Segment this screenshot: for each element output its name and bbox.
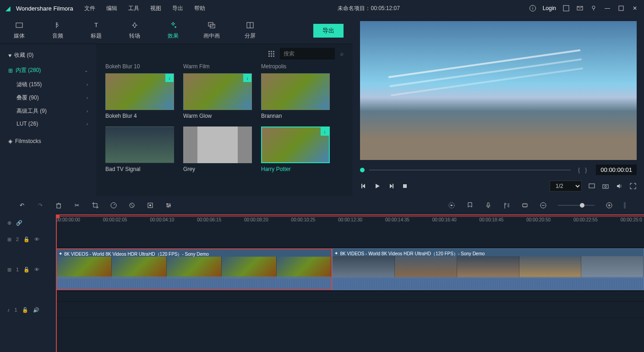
chevron-down-icon: ⌄ xyxy=(84,68,88,73)
login-button[interactable]: Login xyxy=(543,5,556,11)
sidebar-cat-advanced[interactable]: 高级工具 (9)› xyxy=(0,104,96,118)
menu-tools[interactable]: 工具 xyxy=(125,5,143,12)
track-v2-header[interactable]: ⊞2 🔓 👁 xyxy=(0,231,56,248)
effect-item[interactable]: Bad TV Signal xyxy=(105,126,174,172)
scale-select[interactable]: 1/2 xyxy=(550,181,582,192)
close-icon[interactable]: ✕ xyxy=(631,5,639,12)
tab-pip[interactable]: 画中画 xyxy=(202,21,222,40)
svg-text:T: T xyxy=(94,22,98,28)
scrub-track[interactable] xyxy=(369,170,571,170)
speaker-icon[interactable]: 🔊 xyxy=(33,307,39,313)
track-v1[interactable]: ✦ 8K VIDEOS - World 8K Videos HDR UltraH… xyxy=(56,248,644,292)
mail-icon[interactable] xyxy=(576,5,584,12)
stop-icon[interactable] xyxy=(401,182,409,190)
menu-help[interactable]: 帮助 xyxy=(191,5,209,12)
download-icon[interactable]: ↓ xyxy=(243,74,251,82)
search-input[interactable] xyxy=(280,48,335,60)
export-button[interactable]: 导出 xyxy=(313,24,344,38)
tab-split[interactable]: 分屏 xyxy=(240,21,260,40)
sidebar-cat-lut[interactable]: LUT (26)› xyxy=(0,118,96,130)
undo-icon[interactable]: ↶ xyxy=(18,202,26,209)
track-a1[interactable] xyxy=(56,302,644,318)
timeline-options-icon[interactable] xyxy=(624,202,626,209)
sidebar-cat-overlays[interactable]: 叠覆 (90)› xyxy=(0,91,96,104)
lock-icon[interactable]: 🔓 xyxy=(23,236,30,242)
sidebar-cat-filters[interactable]: 滤镜 (155)› xyxy=(0,78,96,91)
effect-thumb xyxy=(105,126,174,163)
menu-export[interactable]: 导出 xyxy=(169,5,187,12)
tab-transitions[interactable]: 转场 xyxy=(125,21,145,40)
settings-icon[interactable] xyxy=(165,202,172,209)
redo-icon[interactable]: ↷ xyxy=(37,202,44,209)
fullscreen-icon[interactable] xyxy=(629,182,637,190)
maximize-icon[interactable] xyxy=(617,5,625,12)
playhead[interactable] xyxy=(56,214,57,352)
prev-frame-icon[interactable] xyxy=(360,182,367,190)
playhead-dot[interactable] xyxy=(360,168,365,172)
zoom-slider[interactable] xyxy=(558,205,595,206)
sidebar-cat-lut-label: LUT (26) xyxy=(16,121,38,127)
green-screen-icon[interactable] xyxy=(147,202,154,209)
info-icon[interactable]: i xyxy=(529,5,536,12)
match-icon[interactable] xyxy=(521,202,529,209)
effect-item[interactable]: ↓Bokeh Blur 4 xyxy=(105,73,174,119)
preview-viewer[interactable] xyxy=(360,21,637,160)
menu-file[interactable]: 文件 xyxy=(81,5,99,12)
effect-item[interactable]: Brannan xyxy=(261,73,330,119)
minimize-icon[interactable]: — xyxy=(604,5,611,12)
track-a1-header[interactable]: ♪1 🔓 🔊 xyxy=(0,302,56,318)
sidebar-favorites[interactable]: ♥收藏 (0) xyxy=(0,48,96,63)
zoom-out-icon[interactable] xyxy=(540,202,547,209)
timeline-tracks-area[interactable]: 00:00:00:00 00:00:02:05 00:00:04:10 00:0… xyxy=(56,214,644,352)
effect-item[interactable]: Grey xyxy=(183,126,252,172)
clip-video-1[interactable]: ✦ 8K VIDEOS - World 8K Videos HDR UltraH… xyxy=(56,248,332,290)
lock-icon[interactable]: 🔓 xyxy=(22,307,28,313)
speed-icon[interactable] xyxy=(110,202,117,209)
zoom-in-icon[interactable] xyxy=(606,202,613,209)
add-track-icon[interactable]: ⊕ xyxy=(7,220,11,226)
sidebar-builtin[interactable]: ⊞内置 (280)⌄ xyxy=(0,63,96,78)
heart-icon: ♥ xyxy=(8,52,11,59)
tab-effects[interactable]: 效果 xyxy=(163,21,183,40)
next-frame-icon[interactable] xyxy=(387,182,395,190)
audio-mixer-icon[interactable] xyxy=(503,202,510,209)
timeline-ruler[interactable]: 00:00:00:00 00:00:02:05 00:00:04:10 00:0… xyxy=(56,214,644,231)
marker-icon[interactable] xyxy=(466,202,474,209)
crop-icon[interactable] xyxy=(92,202,99,209)
link-icon[interactable]: 🔗 xyxy=(16,220,22,226)
save-icon[interactable] xyxy=(562,5,570,12)
notification-icon[interactable] xyxy=(590,5,597,12)
tab-effects-label: 效果 xyxy=(168,32,179,40)
menu-edit[interactable]: 编辑 xyxy=(103,5,121,12)
eye-icon[interactable]: 👁 xyxy=(34,267,39,272)
tab-media[interactable]: 媒体 xyxy=(9,21,29,40)
eye-icon[interactable]: 👁 xyxy=(34,236,39,242)
sidebar-cat-filters-label: 滤镜 (155) xyxy=(16,81,42,88)
mark-brackets[interactable]: { } xyxy=(575,167,591,173)
clip-video-2[interactable]: ✦ 8K VIDEOS - World 8K Videos HDR UltraH… xyxy=(332,248,644,290)
delete-icon[interactable] xyxy=(55,202,62,209)
menu-view[interactable]: 视图 xyxy=(147,5,165,12)
effect-item-selected[interactable]: ↓Harry Potter xyxy=(261,126,330,172)
snapshot-icon[interactable] xyxy=(602,182,609,190)
download-icon[interactable]: ↓ xyxy=(165,74,174,82)
display-icon[interactable] xyxy=(588,182,595,190)
tab-titles[interactable]: T标题 xyxy=(86,21,106,40)
effect-item[interactable]: ↓Warm Glow xyxy=(183,73,252,119)
search-icon[interactable]: ⌕ xyxy=(340,50,344,57)
cut-icon[interactable]: ✂ xyxy=(73,202,81,209)
record-icon[interactable] xyxy=(485,202,492,209)
track-v1-header[interactable]: ⊞1 🔓 👁 xyxy=(0,248,56,292)
tab-audio[interactable]: 音频 xyxy=(48,21,68,40)
chevron-right-icon: › xyxy=(87,82,88,87)
lock-icon[interactable]: 🔓 xyxy=(23,267,30,273)
color-icon[interactable] xyxy=(128,202,136,209)
play-icon[interactable] xyxy=(374,182,381,190)
render-icon[interactable] xyxy=(448,202,455,209)
track-v2[interactable] xyxy=(56,231,644,248)
view-grid-icon[interactable] xyxy=(268,51,274,57)
volume-icon[interactable] xyxy=(616,182,623,190)
sidebar-filmstocks[interactable]: ◈Filmstocks xyxy=(0,134,96,148)
chevron-right-icon: › xyxy=(87,121,88,126)
download-icon[interactable]: ↓ xyxy=(321,127,329,136)
